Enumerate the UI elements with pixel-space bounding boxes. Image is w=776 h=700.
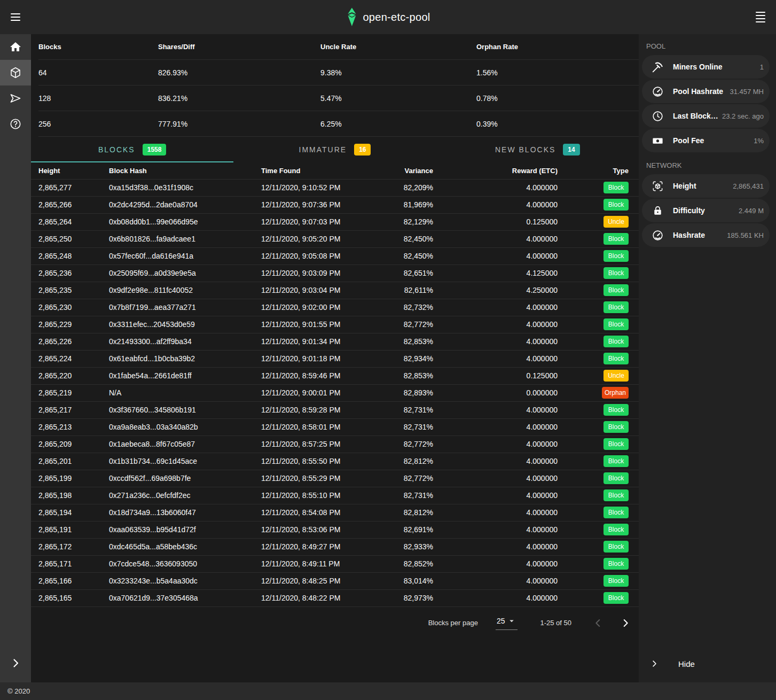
height-cell: 2,865,191	[31, 521, 106, 538]
menu-icon[interactable]	[5, 6, 26, 28]
hide-sidebar-button[interactable]: Hide	[639, 651, 776, 676]
reward-cell: 0.000000	[436, 384, 561, 401]
type-badge: Block	[603, 301, 629, 313]
stat-label: Difficulty	[673, 206, 736, 215]
stats-value-cell: 0.78%	[476, 94, 639, 103]
table-row: 2,865,2090x1aebeca8...8f67c05e8712/11/20…	[31, 435, 639, 453]
variance-cell: 82,611%	[398, 282, 436, 299]
reward-cell: 4.000000	[436, 299, 561, 316]
block-hash-cell: 0x1fabe54a...2661de81ff	[106, 367, 258, 384]
sidebar-item-help[interactable]	[0, 111, 31, 137]
time-found-cell: 12/11/2020, 9:01:18 PM	[258, 350, 398, 367]
cube-scan-icon	[642, 180, 673, 192]
per-page-select[interactable]: 25	[496, 616, 518, 630]
cube-icon	[9, 66, 22, 79]
help-icon	[9, 118, 22, 130]
table-row: 2,865,2480x57fec60f...da616e941a12/11/20…	[31, 247, 639, 265]
type-cell: Block	[561, 589, 639, 606]
etc-logo-icon	[346, 7, 357, 27]
type-cell: Block	[561, 418, 639, 435]
table-row: 2,865,1660x3233243e...b5a4aa30dc12/11/20…	[31, 572, 639, 589]
variance-cell: 82,812%	[398, 504, 436, 521]
time-found-cell: 12/11/2020, 9:02:00 PM	[258, 299, 398, 316]
height-cell: 2,865,171	[31, 555, 106, 572]
block-hash-cell: 0x9df2e98e...811fc40052	[106, 282, 258, 299]
reward-cell: 4.000000	[436, 521, 561, 538]
sidebar-collapse-button[interactable]	[0, 652, 31, 674]
height-cell: 2,865,217	[31, 401, 106, 418]
block-hash-cell: 0xaa063539...b95d41d72f	[106, 521, 258, 538]
height-cell: 2,865,266	[31, 196, 106, 213]
type-badge: Block	[603, 336, 629, 347]
stats-header-cell: Blocks	[38, 43, 158, 51]
time-found-cell: 12/11/2020, 9:01:55 PM	[258, 316, 398, 333]
variance-cell: 82,450%	[398, 247, 436, 265]
type-badge: Block	[603, 233, 629, 245]
type-badge: Block	[603, 199, 629, 211]
prev-page-button[interactable]	[592, 617, 605, 629]
stat-value: 23.2 sec. ago	[722, 112, 764, 120]
type-badge: Block	[603, 541, 629, 553]
tab-label: IMMATURE	[299, 145, 347, 154]
table-row: 2,865,1650xa70621d9...37e305468a12/11/20…	[31, 589, 639, 606]
type-badge: Block	[603, 524, 629, 535]
tab-label: BLOCKS	[98, 145, 135, 154]
stat-item-pool-hashrate: Pool Hashrate31.457 MH	[642, 80, 770, 103]
height-cell: 2,865,166	[31, 572, 106, 589]
type-badge: Block	[603, 250, 629, 262]
app: open-etc-pool BlocksShares/DiffUncle Rat…	[0, 0, 776, 700]
type-cell: Block	[561, 487, 639, 504]
table-row: 2,865,1980x271a236c...0efcfdf2ec12/11/20…	[31, 487, 639, 504]
tab-immature[interactable]: IMMATURE16	[233, 137, 436, 162]
stats-value-cell: 5.47%	[320, 94, 476, 103]
stat-value: 2,865,431	[733, 182, 764, 190]
content-row: BlocksShares/DiffUncle RateOrphan Rate 6…	[0, 34, 776, 682]
reward-cell: 4.000000	[436, 435, 561, 453]
table-row: 2,865,2260x21493300...af2ff9ba3412/11/20…	[31, 333, 639, 350]
variance-cell: 82,853%	[398, 333, 436, 350]
sidebar-item-blocks[interactable]	[0, 60, 31, 85]
per-page-value: 25	[497, 617, 505, 625]
variance-cell: 83,014%	[398, 572, 436, 589]
reward-cell: 4.000000	[436, 487, 561, 504]
blocks-table-header: HeightBlock HashTime FoundVarianceReward…	[31, 162, 639, 179]
stats-header-row: BlocksShares/DiffUncle RateOrphan Rate	[38, 34, 639, 60]
reward-cell: 4.000000	[436, 350, 561, 367]
footer: © 2020	[0, 682, 776, 700]
type-badge: Block	[603, 421, 629, 433]
stat-item-hashrate: Hashrate185.561 KH	[642, 223, 770, 247]
variance-cell: 82,772%	[398, 435, 436, 453]
type-badge: Block	[603, 472, 629, 484]
pool-items: Miners Online1Pool Hashrate31.457 MHLast…	[639, 55, 776, 153]
right-menu-icon[interactable]	[750, 6, 771, 28]
type-cell: Block	[561, 299, 639, 316]
time-found-cell: 12/11/2020, 8:55:50 PM	[258, 453, 398, 470]
reward-cell: 4.000000	[436, 504, 561, 521]
time-found-cell: 12/11/2020, 8:58:01 PM	[258, 418, 398, 435]
time-found-cell: 12/11/2020, 9:05:08 PM	[258, 247, 398, 265]
network-section-title: NETWORK	[639, 153, 776, 174]
lock-icon	[642, 205, 673, 217]
type-badge: Uncle	[603, 216, 629, 228]
type-cell: Uncle	[561, 367, 639, 384]
tab-blocks[interactable]: BLOCKS1558	[31, 137, 233, 162]
sidebar-item-home[interactable]	[0, 34, 31, 60]
per-page-label: Blocks per page	[428, 619, 478, 627]
reward-cell: 4.125000	[436, 265, 561, 282]
stat-label: Height	[673, 182, 731, 190]
tab-new-blocks[interactable]: NEW BLOCKS14	[436, 137, 639, 162]
sidebar-item-payments[interactable]	[0, 85, 31, 111]
table-row: 2,865,2170x3f367660...345806b19112/11/20…	[31, 401, 639, 418]
height-cell: 2,865,165	[31, 589, 106, 606]
type-cell: Block	[561, 401, 639, 418]
variance-cell: 82,934%	[398, 350, 436, 367]
variance-cell: 82,450%	[398, 230, 436, 247]
brand: open-etc-pool	[346, 7, 430, 27]
type-cell: Block	[561, 572, 639, 589]
table-row: 2,865,2240x61eabfcd...1b0cba39b212/11/20…	[31, 350, 639, 367]
type-cell: Block	[561, 333, 639, 350]
next-page-button[interactable]	[619, 617, 632, 629]
column-header: Block Hash	[106, 162, 258, 179]
reward-cell: 4.000000	[436, 333, 561, 350]
time-found-cell: 12/11/2020, 8:49:11 PM	[258, 555, 398, 572]
